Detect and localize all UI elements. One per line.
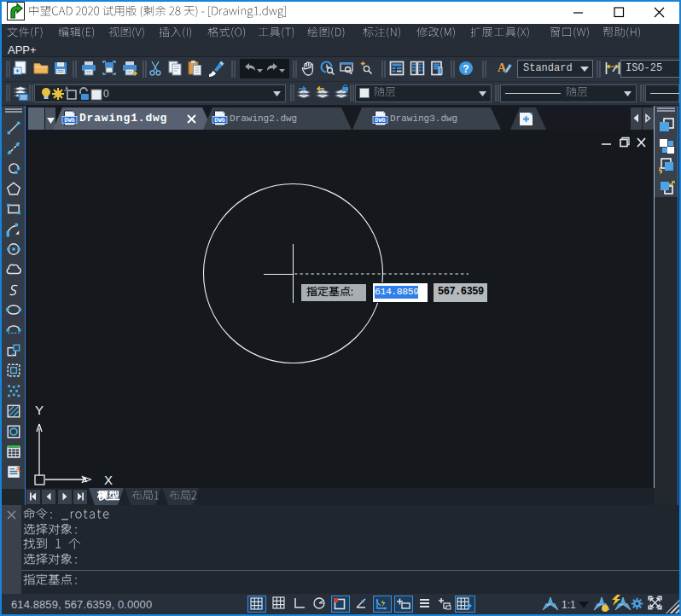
svg-text:DWG: DWG bbox=[375, 117, 386, 124]
svg-text:DWG: DWG bbox=[214, 117, 225, 124]
svg-text:X: X bbox=[104, 473, 113, 487]
svg-text:DWG: DWG bbox=[64, 117, 75, 124]
svg-text:?: ? bbox=[463, 63, 469, 75]
svg-text:Y: Y bbox=[35, 403, 44, 417]
svg-text:A: A bbox=[15, 466, 20, 474]
